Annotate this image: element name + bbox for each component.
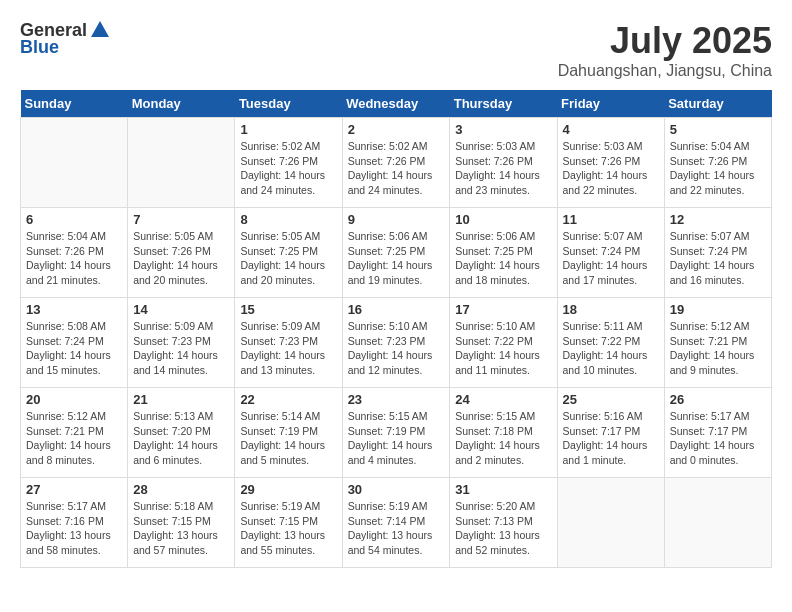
- calendar-cell: 16Sunrise: 5:10 AMSunset: 7:23 PMDayligh…: [342, 298, 450, 388]
- cell-details: Sunrise: 5:03 AMSunset: 7:26 PMDaylight:…: [455, 139, 551, 198]
- day-number: 15: [240, 302, 336, 317]
- cell-details: Sunrise: 5:15 AMSunset: 7:19 PMDaylight:…: [348, 409, 445, 468]
- calendar-cell: 8Sunrise: 5:05 AMSunset: 7:25 PMDaylight…: [235, 208, 342, 298]
- calendar-cell: 10Sunrise: 5:06 AMSunset: 7:25 PMDayligh…: [450, 208, 557, 298]
- calendar-cell: [664, 478, 771, 568]
- day-number: 7: [133, 212, 229, 227]
- day-number: 24: [455, 392, 551, 407]
- calendar-cell: 22Sunrise: 5:14 AMSunset: 7:19 PMDayligh…: [235, 388, 342, 478]
- weekday-header-sunday: Sunday: [21, 90, 128, 118]
- calendar-cell: 26Sunrise: 5:17 AMSunset: 7:17 PMDayligh…: [664, 388, 771, 478]
- day-number: 27: [26, 482, 122, 497]
- calendar-cell: 7Sunrise: 5:05 AMSunset: 7:26 PMDaylight…: [128, 208, 235, 298]
- cell-details: Sunrise: 5:04 AMSunset: 7:26 PMDaylight:…: [26, 229, 122, 288]
- weekday-header-saturday: Saturday: [664, 90, 771, 118]
- calendar-cell: 24Sunrise: 5:15 AMSunset: 7:18 PMDayligh…: [450, 388, 557, 478]
- calendar-cell: 2Sunrise: 5:02 AMSunset: 7:26 PMDaylight…: [342, 118, 450, 208]
- cell-details: Sunrise: 5:07 AMSunset: 7:24 PMDaylight:…: [670, 229, 766, 288]
- day-number: 4: [563, 122, 659, 137]
- cell-details: Sunrise: 5:05 AMSunset: 7:25 PMDaylight:…: [240, 229, 336, 288]
- logo: General Blue: [20, 20, 111, 58]
- calendar-cell: [557, 478, 664, 568]
- cell-details: Sunrise: 5:14 AMSunset: 7:19 PMDaylight:…: [240, 409, 336, 468]
- weekday-header-tuesday: Tuesday: [235, 90, 342, 118]
- week-row-1: 1Sunrise: 5:02 AMSunset: 7:26 PMDaylight…: [21, 118, 772, 208]
- cell-details: Sunrise: 5:06 AMSunset: 7:25 PMDaylight:…: [348, 229, 445, 288]
- day-number: 26: [670, 392, 766, 407]
- cell-details: Sunrise: 5:12 AMSunset: 7:21 PMDaylight:…: [670, 319, 766, 378]
- day-number: 13: [26, 302, 122, 317]
- day-number: 31: [455, 482, 551, 497]
- calendar-cell: 5Sunrise: 5:04 AMSunset: 7:26 PMDaylight…: [664, 118, 771, 208]
- day-number: 25: [563, 392, 659, 407]
- calendar-cell: 1Sunrise: 5:02 AMSunset: 7:26 PMDaylight…: [235, 118, 342, 208]
- cell-details: Sunrise: 5:10 AMSunset: 7:22 PMDaylight:…: [455, 319, 551, 378]
- day-number: 11: [563, 212, 659, 227]
- day-number: 21: [133, 392, 229, 407]
- day-number: 9: [348, 212, 445, 227]
- calendar-cell: [128, 118, 235, 208]
- cell-details: Sunrise: 5:15 AMSunset: 7:18 PMDaylight:…: [455, 409, 551, 468]
- day-number: 12: [670, 212, 766, 227]
- calendar-cell: 3Sunrise: 5:03 AMSunset: 7:26 PMDaylight…: [450, 118, 557, 208]
- day-number: 19: [670, 302, 766, 317]
- day-number: 17: [455, 302, 551, 317]
- cell-details: Sunrise: 5:19 AMSunset: 7:15 PMDaylight:…: [240, 499, 336, 558]
- cell-details: Sunrise: 5:20 AMSunset: 7:13 PMDaylight:…: [455, 499, 551, 558]
- week-row-3: 13Sunrise: 5:08 AMSunset: 7:24 PMDayligh…: [21, 298, 772, 388]
- weekday-header-wednesday: Wednesday: [342, 90, 450, 118]
- calendar-cell: 13Sunrise: 5:08 AMSunset: 7:24 PMDayligh…: [21, 298, 128, 388]
- page-header: General Blue July 2025 Dahuangshan, Jian…: [20, 20, 772, 80]
- weekday-header-monday: Monday: [128, 90, 235, 118]
- cell-details: Sunrise: 5:13 AMSunset: 7:20 PMDaylight:…: [133, 409, 229, 468]
- location-text: Dahuangshan, Jiangsu, China: [558, 62, 772, 80]
- title-area: July 2025 Dahuangshan, Jiangsu, China: [558, 20, 772, 80]
- weekday-header-row: SundayMondayTuesdayWednesdayThursdayFrid…: [21, 90, 772, 118]
- week-row-4: 20Sunrise: 5:12 AMSunset: 7:21 PMDayligh…: [21, 388, 772, 478]
- cell-details: Sunrise: 5:03 AMSunset: 7:26 PMDaylight:…: [563, 139, 659, 198]
- day-number: 30: [348, 482, 445, 497]
- day-number: 20: [26, 392, 122, 407]
- day-number: 5: [670, 122, 766, 137]
- logo-blue-text: Blue: [20, 37, 59, 58]
- day-number: 3: [455, 122, 551, 137]
- calendar-cell: 25Sunrise: 5:16 AMSunset: 7:17 PMDayligh…: [557, 388, 664, 478]
- day-number: 23: [348, 392, 445, 407]
- calendar-cell: 29Sunrise: 5:19 AMSunset: 7:15 PMDayligh…: [235, 478, 342, 568]
- calendar-cell: 11Sunrise: 5:07 AMSunset: 7:24 PMDayligh…: [557, 208, 664, 298]
- calendar-cell: 20Sunrise: 5:12 AMSunset: 7:21 PMDayligh…: [21, 388, 128, 478]
- calendar-cell: 9Sunrise: 5:06 AMSunset: 7:25 PMDaylight…: [342, 208, 450, 298]
- month-title: July 2025: [558, 20, 772, 62]
- cell-details: Sunrise: 5:08 AMSunset: 7:24 PMDaylight:…: [26, 319, 122, 378]
- day-number: 28: [133, 482, 229, 497]
- day-number: 10: [455, 212, 551, 227]
- calendar-cell: 12Sunrise: 5:07 AMSunset: 7:24 PMDayligh…: [664, 208, 771, 298]
- calendar-cell: 18Sunrise: 5:11 AMSunset: 7:22 PMDayligh…: [557, 298, 664, 388]
- cell-details: Sunrise: 5:16 AMSunset: 7:17 PMDaylight:…: [563, 409, 659, 468]
- day-number: 1: [240, 122, 336, 137]
- day-number: 29: [240, 482, 336, 497]
- cell-details: Sunrise: 5:18 AMSunset: 7:15 PMDaylight:…: [133, 499, 229, 558]
- cell-details: Sunrise: 5:09 AMSunset: 7:23 PMDaylight:…: [240, 319, 336, 378]
- calendar-cell: 6Sunrise: 5:04 AMSunset: 7:26 PMDaylight…: [21, 208, 128, 298]
- cell-details: Sunrise: 5:10 AMSunset: 7:23 PMDaylight:…: [348, 319, 445, 378]
- cell-details: Sunrise: 5:02 AMSunset: 7:26 PMDaylight:…: [240, 139, 336, 198]
- calendar-cell: 31Sunrise: 5:20 AMSunset: 7:13 PMDayligh…: [450, 478, 557, 568]
- calendar-cell: 27Sunrise: 5:17 AMSunset: 7:16 PMDayligh…: [21, 478, 128, 568]
- cell-details: Sunrise: 5:05 AMSunset: 7:26 PMDaylight:…: [133, 229, 229, 288]
- calendar-cell: 21Sunrise: 5:13 AMSunset: 7:20 PMDayligh…: [128, 388, 235, 478]
- cell-details: Sunrise: 5:12 AMSunset: 7:21 PMDaylight:…: [26, 409, 122, 468]
- weekday-header-thursday: Thursday: [450, 90, 557, 118]
- calendar-cell: 30Sunrise: 5:19 AMSunset: 7:14 PMDayligh…: [342, 478, 450, 568]
- weekday-header-friday: Friday: [557, 90, 664, 118]
- logo-icon: [89, 19, 111, 41]
- cell-details: Sunrise: 5:17 AMSunset: 7:16 PMDaylight:…: [26, 499, 122, 558]
- day-number: 18: [563, 302, 659, 317]
- day-number: 14: [133, 302, 229, 317]
- calendar-table: SundayMondayTuesdayWednesdayThursdayFrid…: [20, 90, 772, 568]
- cell-details: Sunrise: 5:07 AMSunset: 7:24 PMDaylight:…: [563, 229, 659, 288]
- calendar-cell: 15Sunrise: 5:09 AMSunset: 7:23 PMDayligh…: [235, 298, 342, 388]
- week-row-2: 6Sunrise: 5:04 AMSunset: 7:26 PMDaylight…: [21, 208, 772, 298]
- cell-details: Sunrise: 5:11 AMSunset: 7:22 PMDaylight:…: [563, 319, 659, 378]
- calendar-cell: 17Sunrise: 5:10 AMSunset: 7:22 PMDayligh…: [450, 298, 557, 388]
